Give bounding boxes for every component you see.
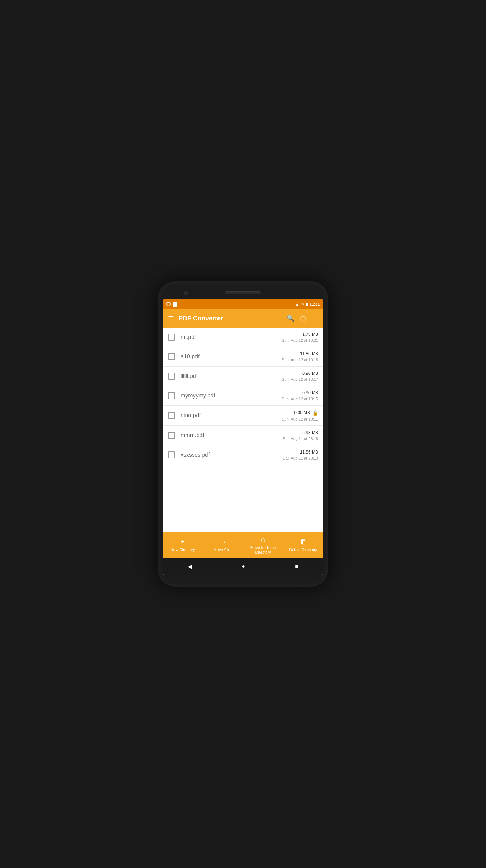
file-meta: 0.90 MB Sun, Aug 12 at 10:17 — [282, 371, 318, 381]
file-name: a10.pdf — [181, 353, 282, 360]
move-files-label: Move Files — [214, 548, 232, 552]
list-item[interactable]: mmm.pdf 5.93 MB Sat, Aug 11 at 23:18 — [163, 426, 323, 445]
file-checkbox[interactable] — [168, 412, 175, 419]
status-time: 11:31 — [310, 302, 320, 306]
list-item[interactable]: a10.pdf 11.86 MB Sun, Aug 12 at 10:18 — [163, 347, 323, 367]
file-checkbox[interactable] — [168, 334, 175, 341]
delete-directory-icon: 🗑 — [300, 538, 307, 546]
sd-card-icon: ▪ — [173, 302, 177, 307]
file-size-row: 0.90 MB — [302, 390, 318, 395]
app-bar-actions: 🔍 ▢ ⋮ — [287, 314, 318, 322]
lock-icon: 🔒 — [312, 410, 318, 416]
list-item[interactable]: xsxsscs.pdf 11.86 MB Sat, Aug 11 at 23:1… — [163, 445, 323, 465]
back-button[interactable]: ◀ — [188, 563, 192, 570]
select-all-icon[interactable]: ▢ — [300, 314, 306, 322]
phone-device: ▪ ▲ ✕ ▮ 11:31 ☰ PDF Converter 🔍 ▢ ⋮ ml.p… — [158, 281, 328, 587]
status-right-icons: ▲ ✕ ▮ 11:31 — [295, 302, 320, 307]
status-bar: ▪ ▲ ✕ ▮ 11:31 — [163, 299, 323, 309]
list-item[interactable]: mymyymy.pdf 0.90 MB Sun, Aug 12 at 10:15 — [163, 386, 323, 406]
file-name: mmm.pdf — [181, 432, 283, 439]
file-meta: 0.90 MB Sun, Aug 12 at 10:15 — [282, 390, 318, 401]
file-size-row: 0.00 MB 🔒 — [294, 410, 318, 416]
recents-button[interactable]: ■ — [295, 563, 298, 570]
new-directory-button[interactable]: + New Directory — [163, 532, 203, 558]
phone-bottom — [163, 575, 323, 580]
file-size: 1.78 MB — [302, 332, 318, 337]
file-size-row: 0.90 MB — [302, 371, 318, 376]
file-date: Sun, Aug 12 at 10:15 — [282, 397, 318, 401]
move-home-button[interactable]: ⌂ Move to Home Directory — [243, 532, 283, 558]
file-size: 0.00 MB — [294, 410, 310, 415]
file-checkbox[interactable] — [168, 451, 175, 458]
file-list: ml.pdf 1.78 MB Sun, Aug 12 at 10:21 a10.… — [163, 328, 323, 532]
delete-directory-button[interactable]: 🗑 Delete Directory — [283, 532, 323, 558]
wifi-icon: ▲ — [295, 302, 299, 306]
move-files-icon: → — [219, 538, 226, 546]
file-size: 11.86 MB — [300, 351, 318, 356]
file-date: Sun, Aug 12 at 10:11 — [282, 417, 318, 421]
file-size: 0.90 MB — [302, 390, 318, 395]
file-meta: 1.78 MB Sun, Aug 12 at 10:21 — [282, 332, 318, 342]
menu-icon[interactable]: ☰ — [168, 314, 173, 322]
list-item[interactable]: llllll.pdf 0.90 MB Sun, Aug 12 at 10:17 — [163, 367, 323, 386]
file-name: nino.pdf — [181, 412, 282, 419]
file-name: xsxsscs.pdf — [181, 452, 283, 458]
phone-screen: ▪ ▲ ✕ ▮ 11:31 ☰ PDF Converter 🔍 ▢ ⋮ ml.p… — [163, 299, 323, 575]
file-size-row: 11.86 MB — [300, 450, 318, 455]
battery-icon: ▮ — [306, 302, 308, 307]
home-button[interactable]: ● — [242, 563, 245, 570]
file-name: mymyymy.pdf — [181, 392, 282, 399]
list-item[interactable]: ml.pdf 1.78 MB Sun, Aug 12 at 10:21 — [163, 328, 323, 347]
app-bar: ☰ PDF Converter 🔍 ▢ ⋮ — [163, 309, 323, 328]
file-date: Sun, Aug 12 at 10:18 — [282, 358, 318, 362]
move-home-icon: ⌂ — [261, 535, 265, 544]
speaker — [225, 291, 261, 294]
file-checkbox[interactable] — [168, 392, 175, 399]
phone-top — [163, 288, 323, 298]
file-size: 0.90 MB — [302, 371, 318, 376]
search-icon[interactable]: 🔍 — [287, 314, 294, 322]
file-size-row: 1.78 MB — [302, 332, 318, 337]
camera-icon — [184, 291, 188, 295]
file-checkbox[interactable] — [168, 353, 175, 360]
file-size-row: 11.86 MB — [300, 351, 318, 356]
file-date: Sun, Aug 12 at 10:21 — [282, 338, 318, 342]
file-checkbox[interactable] — [168, 373, 175, 380]
new-directory-label: New Directory — [171, 548, 195, 552]
app-title: PDF Converter — [178, 315, 287, 322]
file-size: 11.86 MB — [300, 450, 318, 455]
new-directory-icon: + — [181, 538, 185, 546]
file-name: ml.pdf — [181, 334, 282, 340]
file-meta: 5.93 MB Sat, Aug 11 at 23:18 — [283, 430, 318, 441]
notification-icon — [166, 302, 171, 306]
more-options-icon[interactable]: ⋮ — [312, 314, 318, 322]
move-home-label: Move to Home Directory — [245, 545, 281, 555]
bottom-toolbar: + New Directory → Move Files ⌂ Move to H… — [163, 532, 323, 558]
file-checkbox[interactable] — [168, 432, 175, 439]
file-size-row: 5.93 MB — [302, 430, 318, 435]
file-date: Sat, Aug 11 at 23:13 — [283, 456, 318, 460]
file-size: 5.93 MB — [302, 430, 318, 435]
file-meta: 11.86 MB Sun, Aug 12 at 10:18 — [282, 351, 318, 362]
file-meta: 0.00 MB 🔒 Sun, Aug 12 at 10:11 — [282, 410, 318, 421]
file-date: Sun, Aug 12 at 10:17 — [282, 377, 318, 381]
status-left-icons: ▪ — [166, 302, 177, 307]
move-files-button[interactable]: → Move Files — [203, 532, 243, 558]
list-item[interactable]: nino.pdf 0.00 MB 🔒 Sun, Aug 12 at 10:11 — [163, 406, 323, 426]
delete-directory-label: Delete Directory — [289, 548, 317, 552]
signal-x-icon: ✕ — [301, 302, 304, 307]
file-date: Sat, Aug 11 at 23:18 — [283, 436, 318, 441]
nav-bar: ◀ ● ■ — [163, 558, 323, 575]
file-name: llllll.pdf — [181, 373, 282, 379]
file-meta: 11.86 MB Sat, Aug 11 at 23:13 — [283, 450, 318, 460]
